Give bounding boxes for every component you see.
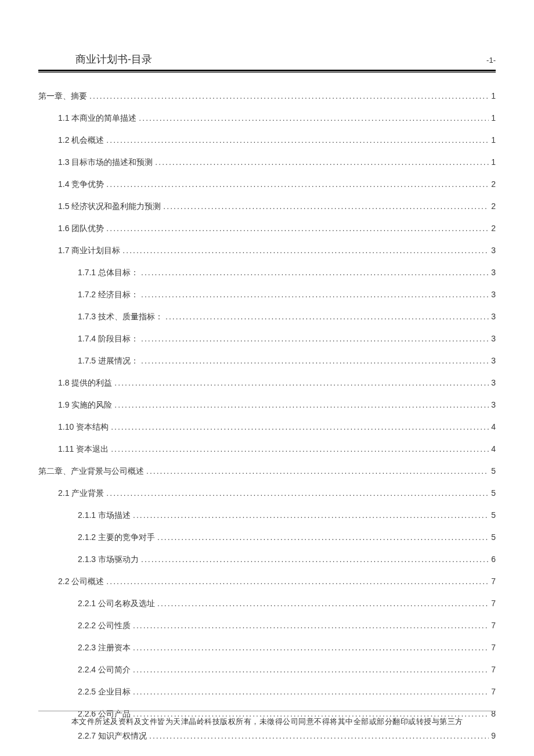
- toc-leader-dots: [133, 643, 489, 652]
- toc-entry[interactable]: 1.9 实施的风险3: [38, 400, 496, 411]
- toc-leader-dots: [114, 400, 489, 409]
- toc-entry[interactable]: 1.7.2 经济目标：3: [38, 290, 496, 300]
- toc-entry-page: 5: [489, 532, 496, 542]
- toc-entry-label: 2.2.4 公司简介: [78, 665, 133, 675]
- toc-entry[interactable]: 2.2 公司概述7: [38, 577, 496, 587]
- toc-entry-label: 1.7.4 阶段目标：: [78, 334, 141, 344]
- toc-entry[interactable]: 1.7.4 阶段目标：3: [38, 334, 496, 344]
- toc-entry-label: 1.7.1 总体目标：: [78, 268, 141, 278]
- toc-entry-page: 5: [489, 488, 496, 498]
- toc-entry-page: 3: [489, 290, 496, 299]
- toc-entry-label: 2.2.2 公司性质: [78, 621, 133, 631]
- toc-leader-dots: [157, 532, 489, 542]
- toc-leader-dots: [146, 466, 489, 476]
- toc-entry-label: 1.1 本商业的简单描述: [58, 113, 139, 124]
- toc-entry-page: 7: [489, 577, 496, 586]
- toc-entry[interactable]: 2.1.1 市场描述5: [38, 510, 496, 521]
- toc-entry-page: 4: [489, 422, 496, 431]
- toc-entry[interactable]: 1.7.3 技术、质量指标：3: [38, 312, 496, 322]
- toc-entry-page: 3: [489, 268, 496, 277]
- toc-entry[interactable]: 2.2.1 公司名称及选址7: [38, 599, 496, 609]
- toc-leader-dots: [111, 444, 489, 453]
- toc-entry[interactable]: 2.2.2 公司性质7: [38, 621, 496, 631]
- page-footer: 本文件所述及资料及文件皆为天津晶岭科技版权所有，未徵得公司同意不得将其中全部或部…: [35, 711, 499, 727]
- toc-entry-page: 3: [489, 312, 496, 321]
- toc-entry-label: 2.2.1 公司名称及选址: [78, 599, 157, 609]
- toc-entry-page: 2: [489, 179, 496, 189]
- toc-leader-dots: [157, 599, 489, 608]
- toc-entry[interactable]: 1.10 资本结构4: [38, 422, 496, 433]
- toc-entry[interactable]: 2.2.7 知识产权情况9: [38, 731, 496, 741]
- toc-entry[interactable]: 第一章、摘要1: [38, 91, 496, 102]
- toc-entry-page: 3: [489, 400, 496, 409]
- toc-entry[interactable]: 1.2 机会概述1: [38, 135, 496, 146]
- toc-entry-label: 1.10 资本结构: [58, 422, 111, 433]
- toc-leader-dots: [106, 179, 489, 189]
- toc-leader-dots: [114, 378, 489, 387]
- toc-entry-page: 1: [489, 113, 496, 123]
- toc-entry-label: 1.11 资本退出: [58, 444, 111, 455]
- toc-entry-page: 7: [489, 665, 496, 674]
- toc-entry-page: 9: [489, 731, 496, 740]
- toc-entry[interactable]: 1.11 资本退出4: [38, 444, 496, 455]
- toc-entry[interactable]: 1.6 团队优势2: [38, 224, 496, 234]
- toc-entry-label: 1.7.2 经济目标：: [78, 290, 141, 300]
- toc-leader-dots: [133, 687, 489, 696]
- toc-entry[interactable]: 1.4 竞争优势2: [38, 179, 496, 190]
- toc-entry-page: 6: [489, 555, 496, 564]
- toc-entry-label: 1.7.3 技术、质量指标：: [78, 312, 165, 322]
- page-header: 商业计划书-目录 -1-: [35, 52, 499, 69]
- toc-entry-page: 1: [489, 157, 496, 167]
- toc-leader-dots: [106, 224, 489, 233]
- toc-entry[interactable]: 第二章、产业背景与公司概述5: [38, 466, 496, 477]
- toc-entry-label: 2.1 产业背景: [58, 488, 106, 499]
- toc-leader-dots: [149, 731, 489, 740]
- toc-leader-dots: [141, 356, 489, 365]
- toc-entry[interactable]: 1.7.1 总体目标：3: [38, 268, 496, 278]
- toc-leader-dots: [106, 135, 489, 145]
- toc-entry[interactable]: 2.2.3 注册资本7: [38, 643, 496, 653]
- toc-leader-dots: [111, 422, 489, 431]
- toc-entry-page: 3: [489, 378, 496, 387]
- toc-entry-label: 1.5 经济状况和盈利能力预测: [58, 201, 163, 212]
- header-title: 商业计划书-目录: [75, 52, 152, 66]
- footer-rule: [38, 711, 496, 711]
- toc-entry-label: 1.4 竞争优势: [58, 179, 106, 190]
- toc-entry[interactable]: 1.3 目标市场的描述和预测1: [38, 157, 496, 168]
- toc-entry[interactable]: 1.7.5 进展情况：3: [38, 356, 496, 366]
- footer-copyright-text: 本文件所述及资料及文件皆为天津晶岭科技版权所有，未徵得公司同意不得将其中全部或部…: [35, 717, 499, 727]
- toc-entry-page: 3: [489, 334, 496, 343]
- toc-entry-label: 1.7.5 进展情况：: [78, 356, 141, 366]
- toc-leader-dots: [163, 201, 489, 211]
- toc-entry[interactable]: 2.2.4 公司简介7: [38, 665, 496, 675]
- toc-entry-label: 1.9 实施的风险: [58, 400, 114, 411]
- toc-leader-dots: [106, 577, 489, 586]
- toc-entry-label: 1.6 团队优势: [58, 224, 106, 234]
- toc-entry[interactable]: 1.7 商业计划目标3: [38, 246, 496, 256]
- toc-leader-dots: [133, 621, 489, 630]
- toc-entry-page: 7: [489, 599, 496, 608]
- toc-entry-label: 1.8 提供的利益: [58, 378, 114, 388]
- toc-entry-label: 2.1.2 主要的竞争对手: [78, 532, 157, 543]
- toc-entry-page: 7: [489, 687, 496, 696]
- toc-entry-page: 3: [489, 246, 496, 255]
- toc-leader-dots: [122, 246, 489, 255]
- toc-entry-label: 2.1.1 市场描述: [78, 510, 133, 521]
- toc-leader-dots: [141, 268, 489, 277]
- toc-entry-label: 2.2.7 知识产权情况: [78, 731, 149, 741]
- toc-entry-label: 1.3 目标市场的描述和预测: [58, 157, 155, 168]
- toc-entry-page: 1: [489, 135, 496, 145]
- toc-entry-label: 第二章、产业背景与公司概述: [38, 466, 146, 477]
- toc-entry-label: 1.7 商业计划目标: [58, 246, 122, 256]
- document-page: 商业计划书-目录 -1- 第一章、摘要11.1 本商业的简单描述11.2 机会概…: [0, 0, 534, 756]
- toc-entry[interactable]: 2.1.2 主要的竞争对手5: [38, 532, 496, 543]
- toc-entry[interactable]: 2.1.3 市场驱动力6: [38, 555, 496, 565]
- toc-entry-label: 2.2.3 注册资本: [78, 643, 133, 653]
- toc-entry[interactable]: 2.1 产业背景5: [38, 488, 496, 499]
- toc-entry-page: 2: [489, 201, 496, 211]
- toc-entry-page: 4: [489, 444, 496, 453]
- toc-entry[interactable]: 1.1 本商业的简单描述1: [38, 113, 496, 124]
- toc-entry[interactable]: 1.5 经济状况和盈利能力预测2: [38, 201, 496, 212]
- toc-entry[interactable]: 1.8 提供的利益3: [38, 378, 496, 388]
- toc-entry[interactable]: 2.2.5 企业目标7: [38, 687, 496, 697]
